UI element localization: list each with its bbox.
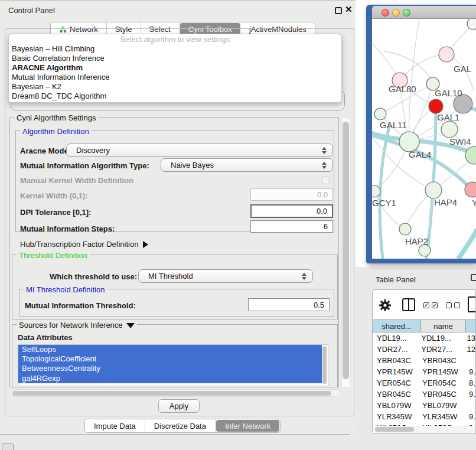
threshold-definition-title: Threshold Definition <box>17 251 90 260</box>
which-threshold-select[interactable]: MI Threshold <box>138 269 313 283</box>
close-icon[interactable]: ✕ <box>345 4 353 15</box>
table-panel-title: Table Panel <box>376 275 416 284</box>
table-cell: YBR045C <box>373 390 421 399</box>
aracne-mode-label: Aracne Mode: <box>20 146 71 155</box>
node-label-gal: GAL <box>454 64 471 74</box>
table-row[interactable]: YER054CYER054C8. <box>373 377 475 389</box>
table-row[interactable]: YBL079WYBL079W <box>373 400 475 411</box>
table-row[interactable]: YLR345WYLR345W9. <box>373 411 475 422</box>
sources-group-title[interactable]: Sources for Network Inference <box>17 321 137 330</box>
data-attributes-label: Data Attributes <box>18 333 73 342</box>
column-header-shared[interactable]: shared... <box>373 319 421 332</box>
algorithm-option-basic-correlation-inference[interactable]: Basic Correlation Inference <box>9 54 341 63</box>
close-traffic-light-icon[interactable] <box>382 9 389 17</box>
table-cell: YLR345W <box>421 412 466 421</box>
table-cell: YBR043C <box>421 356 466 365</box>
mi-algorithm-type-label: Mutual Information Algorithm Type: <box>20 161 149 170</box>
panel-bottom-divider <box>0 434 350 435</box>
table-horizontal-scrollbar[interactable] <box>374 426 475 433</box>
which-threshold-value: MI Threshold <box>148 272 193 281</box>
column-header-name[interactable]: name <box>421 319 466 332</box>
mi-threshold-label: Mutual Information Threshold: <box>25 301 136 310</box>
table-row[interactable]: YPR145WYPR145W9. <box>373 366 475 377</box>
network-node[interactable] <box>429 99 443 113</box>
aracne-mode-value: Discovery <box>76 146 110 155</box>
tab-discretize-data[interactable]: Discretize Data <box>145 419 216 432</box>
tab-infer-network[interactable]: Infer Network <box>216 420 279 432</box>
mi-algorithm-type-select[interactable]: Naive Bayes <box>161 158 333 172</box>
algorithm-option-bayesian-k2[interactable]: Bayesian – K2 <box>9 82 341 92</box>
network-node[interactable] <box>425 182 442 198</box>
network-node[interactable] <box>374 108 386 120</box>
attribute-item-betweennesscentrality[interactable]: BetweennessCentrality <box>18 364 322 373</box>
attribute-item-selfloops[interactable]: SelfLoops <box>18 345 322 354</box>
network-node[interactable] <box>467 19 476 30</box>
float-window-icon[interactable] <box>335 7 342 14</box>
dpi-tolerance-input[interactable]: 0.0 <box>250 204 333 218</box>
algorithm-option-aracne-algorithm[interactable]: ARACNE Algorithm <box>9 63 341 73</box>
kernel-width-input: 0.0 <box>250 188 333 201</box>
document-icon[interactable] <box>468 296 476 312</box>
network-node[interactable] <box>439 47 454 62</box>
attributes-scrollbar[interactable] <box>322 346 327 385</box>
table-panel-float-icon[interactable] <box>471 274 476 281</box>
algorithm-dropdown-popup: Select algorithm to view settings Bayesi… <box>8 34 342 103</box>
algorithm-definition-title: Algorithm Definition <box>20 127 92 136</box>
table-cell: 13 <box>464 334 475 343</box>
table-cell: YBR043C <box>373 356 421 365</box>
attribute-item-gal4rgexp[interactable]: gal4RGexp <box>18 374 322 383</box>
table-row[interactable]: YDR27...YDR27...12 <box>373 344 475 355</box>
network-node[interactable] <box>372 185 380 197</box>
table-cell: YPR145W <box>373 367 421 376</box>
table-cell: YER054C <box>421 379 466 387</box>
algorithm-option-mutual-information-inference[interactable]: Mutual Information Inference <box>9 73 341 82</box>
table-cell: 12 <box>464 345 475 354</box>
control-panel-title: Control Panel <box>8 6 55 15</box>
column-header-2[interactable] <box>466 319 476 332</box>
table-cell: YBR045C <box>421 390 466 399</box>
hub-section-toggle[interactable]: Hub/Transcription Factor Definition <box>20 240 148 249</box>
table-row[interactable]: YDL19...YDL19...13 <box>373 332 475 344</box>
zoom-traffic-light-icon[interactable] <box>403 9 410 17</box>
network-window-titlebar[interactable] <box>372 6 476 19</box>
network-node-labels: GALGAL80GAL10GAL1GAL11SWI4GAL4GCY1HAP4YH… <box>372 64 476 246</box>
table-cell: YBL079W <box>421 401 466 410</box>
table-cell: YDL19... <box>373 334 420 343</box>
network-node[interactable] <box>399 132 419 152</box>
tab-impute-data[interactable]: Impute Data <box>85 419 145 432</box>
split-columns-icon[interactable] <box>402 298 415 311</box>
network-node[interactable] <box>399 223 411 235</box>
network-canvas[interactable]: GALGAL80GAL10GAL1GAL11SWI4GAL4GCY1HAP4YH… <box>372 19 476 259</box>
aracne-mode-select[interactable]: Discovery <box>66 144 333 157</box>
settings-horizontal-scrollbar[interactable] <box>9 389 340 397</box>
data-attributes-list[interactable]: SelfLoopsTopologicalCoefficientBetweenne… <box>18 344 328 386</box>
table-panel: ✓✓ shared...name YDL19...YDL19...13YDR27… <box>372 289 476 434</box>
node-label-gal11: GAL11 <box>380 120 407 130</box>
algorithm-option-bayesian-hill-climbing[interactable]: Bayesian – Hill Climbing <box>9 44 341 54</box>
mi-threshold-group-title: MI Threshold Definition <box>24 285 107 294</box>
spinner-arrows-icon <box>322 146 327 155</box>
settings-vertical-scrollbar[interactable] <box>341 118 350 387</box>
minimize-traffic-light-icon[interactable] <box>392 9 400 17</box>
table-row[interactable]: YBR045CYBR045C9. <box>373 389 475 400</box>
network-node[interactable] <box>419 244 431 256</box>
table-toolbar: ✓✓ <box>373 290 475 319</box>
gear-icon[interactable] <box>379 299 392 312</box>
attribute-item-topologicalcoefficient[interactable]: TopologicalCoefficient <box>18 354 322 364</box>
network-node[interactable] <box>441 121 458 138</box>
manual-kernel-checkbox[interactable] <box>322 177 330 184</box>
table-cell: 8. <box>466 379 475 387</box>
dpi-tolerance-label: DPI Tolerance [0,1]: <box>20 208 91 217</box>
apply-button[interactable]: Apply <box>158 399 200 413</box>
table-row[interactable]: YBR043CYBR043C <box>373 355 475 366</box>
node-label-gal1: GAL1 <box>437 112 459 122</box>
mi-steps-input[interactable]: 6 <box>250 220 333 233</box>
unchecked-columns-icon[interactable] <box>446 302 460 308</box>
table-cell: YDR27... <box>373 345 420 354</box>
algorithm-option-dream8-dc-tdc-algorithm[interactable]: Dream8 DC_TDC Algorithm <box>9 92 341 101</box>
hub-section-label: Hub/Transcription Factor Definition <box>20 240 138 249</box>
checked-columns-icon[interactable]: ✓✓ <box>423 302 438 308</box>
mi-threshold-input[interactable]: 0.5 <box>248 298 330 311</box>
collapsed-panel-button[interactable] <box>2 444 14 450</box>
mi-steps-label: Mutual Information Steps: <box>20 224 115 233</box>
